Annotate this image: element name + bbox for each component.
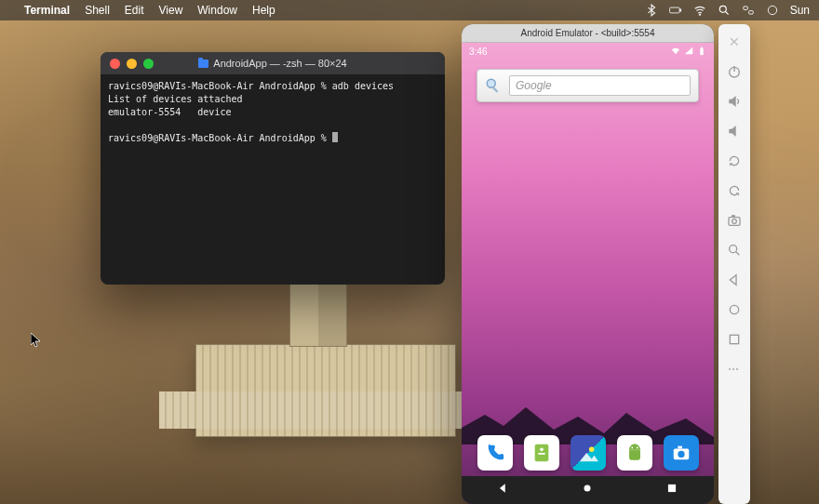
app-menu[interactable]: Terminal — [24, 4, 70, 17]
svg-point-6 — [768, 6, 776, 14]
power-button[interactable] — [726, 63, 743, 80]
magnifier-icon — [485, 77, 502, 94]
folder-icon — [198, 60, 208, 68]
emulator-toolbar: ✕ ⋯ — [718, 24, 750, 504]
nav-back-button[interactable] — [497, 482, 510, 498]
android-statusbar: 3:46 — [462, 43, 714, 60]
toolbar-overview-button[interactable] — [726, 331, 743, 348]
svg-rect-10 — [492, 87, 498, 93]
menu-shell[interactable]: Shell — [85, 4, 110, 17]
android-app-icon[interactable] — [617, 435, 652, 471]
svg-rect-4 — [743, 7, 747, 9]
toolbar-home-button[interactable] — [726, 301, 743, 318]
messages-app-icon[interactable] — [524, 435, 559, 471]
menu-edit[interactable]: Edit — [125, 4, 144, 17]
svg-rect-23 — [729, 218, 740, 226]
screenshot-button[interactable] — [726, 212, 743, 229]
svg-rect-7 — [700, 48, 703, 56]
control-center-icon[interactable] — [742, 4, 755, 17]
google-search-widget[interactable]: Google — [477, 69, 699, 102]
macos-menubar: Terminal Shell Edit View Window Help Sun — [0, 0, 819, 20]
camera-app-icon[interactable] — [664, 435, 699, 471]
wifi-status-icon — [671, 46, 680, 56]
emulator-screen[interactable]: 3:46 Google — [462, 43, 714, 504]
nav-overview-button[interactable] — [665, 482, 678, 498]
phone-app-icon[interactable] — [477, 435, 513, 471]
svg-rect-13 — [538, 453, 544, 455]
svg-rect-8 — [701, 46, 703, 47]
menu-help[interactable]: Help — [252, 4, 275, 17]
mouse-cursor — [31, 333, 42, 348]
svg-rect-25 — [732, 216, 734, 218]
svg-point-3 — [719, 6, 726, 12]
window-minimize-button[interactable] — [127, 59, 137, 69]
search-icon[interactable] — [718, 4, 731, 17]
siri-icon[interactable] — [766, 4, 779, 17]
svg-point-26 — [730, 245, 737, 253]
menu-window[interactable]: Window — [197, 4, 237, 17]
svg-point-24 — [732, 219, 737, 224]
svg-point-9 — [487, 79, 495, 87]
battery-status-icon — [697, 46, 706, 56]
rotate-left-button[interactable] — [726, 153, 743, 169]
search-input[interactable]: Google — [509, 75, 691, 96]
svg-rect-5 — [748, 11, 753, 14]
svg-rect-0 — [669, 7, 679, 13]
svg-point-20 — [584, 485, 591, 492]
signal-status-icon — [684, 46, 693, 56]
emulator-close-button[interactable]: ✕ — [726, 33, 743, 50]
terminal-window[interactable]: AndroidApp — -zsh — 80×24 ravics09@RAVIs… — [101, 52, 445, 285]
volume-down-button[interactable] — [726, 123, 743, 139]
svg-point-15 — [631, 447, 633, 449]
gallery-app-icon[interactable] — [571, 435, 606, 471]
window-zoom-button[interactable] — [143, 59, 154, 69]
volume-up-button[interactable] — [726, 93, 743, 110]
svg-point-16 — [636, 447, 638, 449]
svg-point-14 — [588, 447, 594, 453]
zoom-button[interactable] — [726, 242, 743, 259]
toolbar-back-button[interactable] — [726, 272, 743, 288]
battery-icon[interactable] — [669, 4, 682, 17]
svg-point-12 — [540, 448, 544, 452]
android-navbar — [462, 476, 714, 504]
menu-view[interactable]: View — [159, 4, 183, 17]
rotate-right-button[interactable] — [726, 182, 743, 199]
svg-point-2 — [699, 14, 701, 16]
terminal-cursor — [332, 132, 338, 142]
menubar-clock[interactable]: Sun — [790, 4, 810, 17]
svg-rect-21 — [668, 484, 676, 492]
terminal-title: AndroidApp — -zsh — 80×24 — [213, 58, 346, 69]
emulator-window[interactable]: Android Emulator - <build>:5554 3:46 Goo… — [462, 24, 714, 504]
status-clock: 3:46 — [469, 46, 487, 57]
android-dock — [462, 435, 714, 476]
emulator-title: Android Emulator - <build>:5554 — [521, 28, 655, 38]
nav-home-button[interactable] — [581, 482, 594, 498]
terminal-content[interactable]: ravics09@RAVIs-MacBook-Air AndroidApp % … — [101, 74, 445, 285]
wifi-icon[interactable] — [693, 4, 706, 17]
toolbar-more-button[interactable]: ⋯ — [726, 361, 743, 378]
svg-rect-28 — [730, 335, 738, 343]
window-close-button[interactable] — [110, 59, 120, 69]
svg-rect-19 — [678, 446, 682, 449]
emulator-titlebar[interactable]: Android Emulator - <build>:5554 — [462, 24, 714, 43]
svg-point-18 — [678, 451, 684, 458]
svg-point-27 — [730, 305, 738, 313]
svg-rect-1 — [679, 9, 680, 11]
terminal-titlebar[interactable]: AndroidApp — -zsh — 80×24 — [101, 52, 445, 74]
bluetooth-icon[interactable] — [645, 4, 658, 17]
wallpaper-temple — [195, 344, 456, 437]
